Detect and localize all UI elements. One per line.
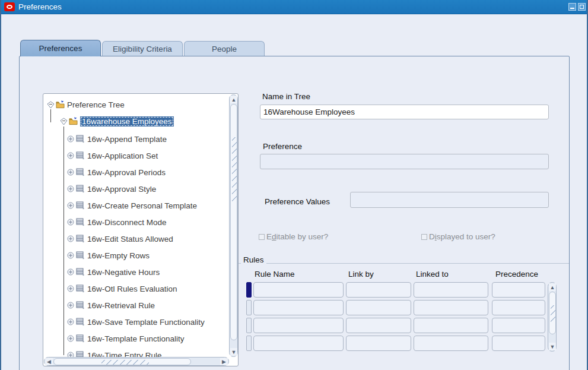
- tree-connector-line: [50, 109, 51, 122]
- preference-tree-panel: Preference Tree 16warehouse Employees 16…: [43, 93, 239, 366]
- expand-plus-icon[interactable]: [67, 252, 74, 259]
- tree-item[interactable]: 16w-Application Set: [67, 147, 233, 164]
- tree-item-label: 16w-Disconnect Mode: [87, 218, 167, 227]
- tree-item-label: 16w-Create Personal Template: [87, 201, 197, 210]
- tree-hscroll-thumb[interactable]: [53, 358, 191, 365]
- rules-section-label: Rules: [241, 255, 266, 264]
- tree-item-label: 16w-Edit Status Allowed: [87, 235, 173, 243]
- tab-eligibility-criteria[interactable]: Eligibility Criteria: [102, 41, 183, 56]
- expand-plus-icon[interactable]: [67, 202, 74, 209]
- rule-node-icon: [76, 185, 85, 193]
- tree-root-label: Preference Tree: [67, 100, 125, 109]
- expand-plus-icon[interactable]: [67, 185, 74, 192]
- rule-node-icon: [76, 218, 85, 226]
- rule-node-icon: [76, 284, 85, 293]
- tree-item-label: 16w-Empty Rows: [87, 251, 150, 260]
- rule-node-icon: [76, 235, 85, 243]
- rule-node-icon: [76, 168, 85, 176]
- minimize-icon: [570, 8, 574, 9]
- window-title: Preferences: [18, 2, 62, 11]
- maximize-icon: [580, 5, 584, 9]
- expand-plus-icon[interactable]: [67, 285, 74, 292]
- expand-plus-icon[interactable]: [67, 152, 74, 159]
- tree-item-label: 16w-Negative Hours: [87, 268, 160, 277]
- tree-item[interactable]: 16w-Approval Periods: [67, 164, 233, 181]
- expand-plus-icon[interactable]: [67, 219, 74, 226]
- rule-node-icon: [76, 151, 85, 160]
- rule-node-icon: [76, 251, 85, 260]
- expand-plus-icon[interactable]: [67, 268, 74, 276]
- expand-plus-icon[interactable]: [67, 135, 74, 143]
- tree-vertical-scrollbar[interactable]: ▲ ▼: [229, 94, 238, 357]
- tree-item[interactable]: 16w-Approval Style: [67, 181, 233, 197]
- open-folder-icon: [69, 117, 78, 125]
- tree-item[interactable]: 16w-Template Functionality: [67, 330, 233, 347]
- collapse-toggle-icon[interactable]: [60, 118, 68, 125]
- scroll-down-icon[interactable]: ▼: [230, 348, 237, 356]
- rule-node-icon: [76, 268, 85, 276]
- expand-plus-icon[interactable]: [67, 318, 74, 325]
- tab-people[interactable]: People: [184, 41, 265, 56]
- tree-selected-label: 16warehouse Employees: [80, 116, 174, 127]
- expand-plus-icon[interactable]: [67, 169, 74, 176]
- rule-node-icon: [76, 135, 85, 143]
- rule-node-icon: [76, 318, 85, 326]
- tree-item-label: 16w-Approval Style: [87, 185, 156, 194]
- expand-plus-icon[interactable]: [67, 302, 74, 309]
- tree-item-label: 16w-Otl Rules Evaluation: [87, 284, 177, 293]
- open-folder-icon: [56, 100, 65, 109]
- tree-connector-line: [63, 127, 64, 355]
- tree-item[interactable]: 16w-Disconnect Mode: [67, 214, 233, 230]
- tree-item-label: 16w-Template Functionality: [87, 334, 185, 343]
- tree-horizontal-scrollbar[interactable]: ◀ ▶: [44, 357, 229, 366]
- oracle-logo-icon: [4, 2, 15, 11]
- tree-item[interactable]: 16w-Negative Hours: [67, 264, 233, 280]
- tree-item-label: 16w-Append Template: [87, 135, 167, 144]
- maximize-button[interactable]: [578, 3, 586, 11]
- scroll-right-icon[interactable]: ▶: [220, 358, 228, 365]
- tree-vscroll-thumb[interactable]: [230, 104, 237, 340]
- tree-item[interactable]: 16w-Retrieval Rule: [67, 297, 233, 314]
- tree-item-label: 16w-Approval Periods: [87, 168, 166, 177]
- rule-node-icon: [76, 201, 85, 210]
- collapse-toggle-icon[interactable]: [47, 101, 55, 109]
- tree-item-selected[interactable]: 16warehouse Employees: [60, 114, 174, 128]
- expand-plus-icon[interactable]: [67, 335, 74, 342]
- tree-item[interactable]: 16w-Edit Status Allowed: [67, 230, 233, 247]
- tree-item[interactable]: 16w-Append Template: [67, 131, 233, 147]
- tree-item-label: 16w-Retrieval Rule: [87, 301, 155, 310]
- tree-item[interactable]: 16w-Empty Rows: [67, 247, 233, 264]
- scroll-up-icon[interactable]: ▲: [230, 96, 237, 103]
- tree-item[interactable]: 16w-Otl Rules Evaluation: [67, 280, 233, 297]
- tree-root-item[interactable]: Preference Tree: [47, 98, 125, 111]
- rule-node-icon: [76, 334, 85, 343]
- tree-item[interactable]: 16w-Create Personal Template: [67, 197, 233, 214]
- tree-item-label: 16w-Application Set: [87, 151, 158, 160]
- tree-item[interactable]: 16w-Save Template Functionality: [67, 314, 233, 330]
- expand-plus-icon[interactable]: [67, 235, 74, 242]
- scroll-left-icon[interactable]: ◀: [45, 358, 53, 365]
- title-bar: Preferences ✕: [1, 0, 588, 14]
- tree-item-label: 16w-Save Template Functionality: [87, 318, 205, 327]
- rule-node-icon: [76, 301, 85, 309]
- tab-preferences[interactable]: Preferences: [20, 40, 101, 56]
- preferences-window: { "window": { "title": "Preferences", "c…: [0, 0, 588, 370]
- minimize-button[interactable]: [568, 3, 576, 11]
